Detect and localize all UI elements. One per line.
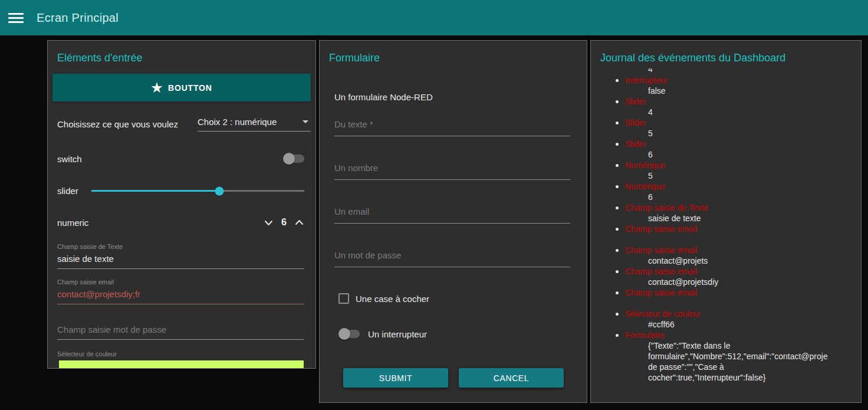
email-input[interactable] bbox=[57, 286, 304, 304]
event-log-viewport[interactable]: 4 InterrupteurfalseSlider4Slider5Slider6… bbox=[591, 68, 861, 383]
slider-row: slider bbox=[48, 186, 315, 196]
event-name: Champ saisie email bbox=[625, 287, 861, 298]
event-item: Champ saisie email bbox=[591, 224, 861, 245]
form-email-input[interactable] bbox=[334, 205, 570, 224]
color-picker-bar[interactable] bbox=[59, 360, 304, 369]
email-field-block: Champ saisie email bbox=[57, 278, 304, 304]
event-value: 5 bbox=[648, 128, 861, 139]
event-value: 5 bbox=[648, 170, 861, 181]
event-value: false bbox=[648, 86, 861, 96]
form-number-input[interactable] bbox=[334, 162, 570, 180]
numeric-row: numeric 6 bbox=[48, 217, 315, 228]
form-checkbox[interactable] bbox=[338, 293, 349, 304]
chevron-up-icon[interactable] bbox=[294, 218, 304, 228]
panel-journal-title: Journal des événements du Dashboard bbox=[600, 51, 851, 64]
form-text-input[interactable] bbox=[334, 118, 570, 136]
page-title: Ecran Principal bbox=[37, 11, 119, 25]
event-item: Slider5 bbox=[591, 117, 861, 139]
event-item: Slider6 bbox=[591, 139, 861, 160]
event-value: 6 bbox=[648, 149, 861, 160]
event-name: Formulaire bbox=[625, 330, 861, 340]
switch-toggle[interactable] bbox=[283, 153, 304, 165]
event-item: Formulaire{"Texte":"Texte dans leformula… bbox=[591, 330, 861, 383]
email-field-label: Champ saisie email bbox=[57, 278, 304, 286]
star-icon: ★ bbox=[151, 81, 163, 94]
event-value: #ccff66 bbox=[648, 319, 861, 330]
password-field-block bbox=[57, 322, 304, 340]
event-value: contact@projets bbox=[648, 255, 861, 266]
event-value: formulaire","Nombre":512,"email":"contac… bbox=[648, 351, 861, 362]
panel-form-title: Formulaire bbox=[329, 51, 577, 64]
clipped-event-row: 4 bbox=[591, 68, 861, 75]
panel-journal: Journal des événements du Dashboard 4 In… bbox=[590, 40, 862, 403]
event-list: InterrupteurfalseSlider4Slider5Slider6Nu… bbox=[591, 75, 861, 383]
event-item: Champ saisie email bbox=[591, 287, 861, 309]
panel-inputs-title: Eléments d'entrée bbox=[57, 51, 306, 64]
choice-dropdown[interactable]: Choix 2 : numérique bbox=[198, 117, 311, 132]
numeric-value: 6 bbox=[281, 217, 287, 228]
event-item: Champ saisie emailcontact@projetsdiy bbox=[591, 266, 861, 287]
slider-thumb[interactable] bbox=[215, 186, 223, 195]
text-field-block: Champ saisie de Texte bbox=[57, 243, 304, 269]
numeric-label: numeric bbox=[57, 218, 88, 228]
event-value: 4 bbox=[648, 107, 861, 117]
select-label: Choisissez ce que vous voulez bbox=[57, 119, 178, 129]
slider-fill bbox=[91, 190, 219, 192]
event-value: 6 bbox=[648, 192, 861, 202]
form-checkbox-label: Une case à cocher bbox=[356, 294, 429, 304]
event-item: Interrupteurfalse bbox=[591, 75, 861, 96]
event-item: Sélecteur de couleur#ccff66 bbox=[591, 309, 861, 330]
event-name: Champ saisie email bbox=[625, 266, 861, 277]
event-name: Champ saisie email bbox=[625, 245, 861, 255]
cancel-button[interactable]: CANCEL bbox=[459, 368, 564, 388]
bouton-button[interactable]: ★ BOUTTON bbox=[52, 74, 311, 101]
event-name: Slider bbox=[625, 117, 861, 128]
form-switch-toggle[interactable] bbox=[338, 328, 360, 340]
event-value bbox=[648, 234, 861, 245]
slider-label: slider bbox=[57, 186, 78, 196]
event-value: contact@projetsdiy bbox=[648, 277, 861, 287]
password-input[interactable] bbox=[57, 322, 304, 340]
select-row: Choisissez ce que vous voulez Choix 2 : … bbox=[48, 117, 315, 132]
event-value: cocher":true,"Interrupteur":false} bbox=[648, 372, 861, 383]
event-value: {"Texte":"Texte dans le bbox=[648, 340, 861, 351]
event-name: Champ saisie email bbox=[625, 224, 861, 234]
event-name: Numérique bbox=[625, 160, 861, 170]
event-item: Numérique6 bbox=[591, 181, 861, 202]
text-field-label: Champ saisie de Texte bbox=[57, 243, 304, 251]
event-name: Slider bbox=[625, 96, 861, 107]
submit-button[interactable]: SUBMIT bbox=[343, 368, 448, 388]
choice-dropdown-value: Choix 2 : numérique bbox=[198, 117, 277, 127]
event-item: Champ saisie de Textesaisie de texte bbox=[591, 202, 861, 224]
event-name: Sélecteur de couleur bbox=[625, 309, 861, 319]
switch-row: switch bbox=[48, 153, 315, 165]
text-input[interactable] bbox=[57, 251, 304, 269]
hamburger-menu-icon[interactable] bbox=[8, 11, 24, 25]
panel-form: Formulaire Un formulaire Node-RED Une ca… bbox=[319, 40, 587, 403]
color-picker-label: Sélecteur de couleur bbox=[57, 350, 304, 358]
event-item: Slider4 bbox=[591, 96, 861, 117]
event-value bbox=[648, 298, 861, 309]
app-header: Ecran Principal bbox=[0, 0, 868, 35]
dropdown-arrow-icon bbox=[303, 120, 308, 123]
event-item: Champ saisie emailcontact@projets bbox=[591, 245, 861, 266]
event-value: de passe":"","Case à bbox=[648, 362, 861, 372]
event-item: Numérique5 bbox=[591, 160, 861, 181]
color-picker-block: Sélecteur de couleur bbox=[57, 350, 304, 369]
event-name: Slider bbox=[625, 139, 861, 149]
event-name: Numérique bbox=[625, 181, 861, 192]
form-password-input[interactable] bbox=[334, 249, 570, 267]
event-name: Champ saisie de Texte bbox=[625, 202, 861, 213]
panel-inputs: Eléments d'entrée ★ BOUTTON Choisissez c… bbox=[47, 40, 316, 369]
event-name: Interrupteur bbox=[625, 75, 861, 86]
form-heading: Un formulaire Node-RED bbox=[334, 91, 572, 103]
bouton-button-label: BOUTTON bbox=[168, 83, 212, 93]
event-value: 4 bbox=[648, 68, 861, 74]
event-value: saisie de texte bbox=[648, 213, 861, 224]
chevron-down-icon[interactable] bbox=[264, 218, 274, 228]
switch-label: switch bbox=[57, 154, 82, 164]
slider-control[interactable] bbox=[91, 190, 304, 192]
form-switch-label: Un interrupteur bbox=[368, 329, 427, 339]
